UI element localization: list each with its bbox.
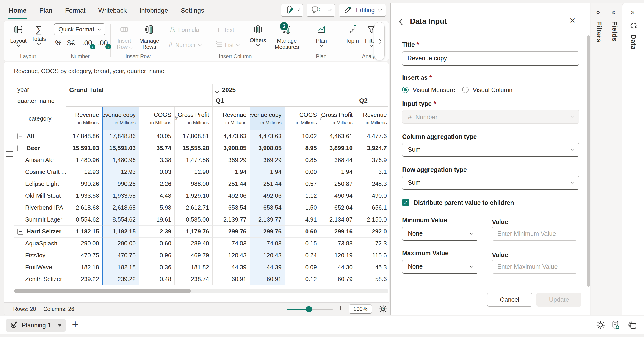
pivot-cell[interactable]: 470.75 (102, 250, 140, 261)
menu-tab-home[interactable]: Home (8, 2, 27, 19)
pivot-cell[interactable]: 3.38 (140, 154, 175, 166)
pivot-cell[interactable]: 2,618.68 (102, 202, 140, 214)
menu-tab-infobridge[interactable]: Infobridge (139, 2, 169, 19)
pivot-cell[interactable]: 1.94 (212, 166, 250, 178)
expand-pane-icon[interactable]: « (629, 10, 637, 15)
cancel-button[interactable]: Cancel (487, 293, 532, 307)
collapse-box-icon[interactable]: − (18, 133, 24, 139)
pivot-cell[interactable]: 239.22 (66, 273, 102, 285)
pivot-measure-header[interactable]: Revenuein Millions (356, 106, 388, 130)
currency-format-button[interactable]: $€ (67, 39, 75, 47)
pivot-cell[interactable]: 12.93 (102, 166, 140, 178)
pivot-cell[interactable]: 290.00 (66, 238, 102, 250)
pivot-cell[interactable]: 4,463.61 (320, 130, 356, 142)
fields-pane-tab[interactable]: « Fields (607, 3, 622, 315)
pivot-cell[interactable]: 492.06 (212, 190, 250, 202)
pivot-cell[interactable]: 1,182.15 (66, 226, 102, 238)
pivot-row-label[interactable]: Zenith Seltzer (14, 273, 66, 285)
pivot-row-label[interactable]: Summit Lager (14, 214, 66, 226)
pivot-cell[interactable]: 0.15 (285, 238, 320, 250)
pivot-cell[interactable]: 653.54 (250, 202, 285, 214)
visual-column-radio[interactable] (462, 87, 468, 93)
pivot-cell[interactable]: 2,618.68 (66, 202, 102, 214)
pivot-cell[interactable]: 115.6 (356, 250, 388, 261)
pivot-cell[interactable]: 12.93 (66, 166, 102, 178)
pivot-cell[interactable]: 40.05 (140, 130, 175, 142)
pivot-cell[interactable]: 15,591.03 (102, 142, 140, 154)
pivot-cell[interactable]: 2.26 (140, 178, 175, 190)
pivot-measure-header[interactable]: COGSin Millions (140, 106, 175, 130)
pivot-cell[interactable]: 12.90 (175, 166, 212, 178)
pivot-cell[interactable]: 368.44 (320, 154, 356, 166)
pivot-measure-header[interactable]: #Revenue copyin Millions (250, 106, 285, 130)
pivot-row-label[interactable]: AquaSplash (14, 238, 66, 250)
data-pane-tab[interactable]: « Data (622, 3, 644, 315)
pivot-cell[interactable]: 2,139.77 (250, 214, 285, 226)
pivot-cell[interactable]: 3,908.05 (212, 142, 250, 154)
minimum-value-input[interactable] (492, 227, 577, 241)
collapse-box-icon[interactable]: − (18, 229, 24, 235)
pivot-cell[interactable]: 35.74 (140, 142, 175, 154)
pivot-cell[interactable]: 60.91 (250, 273, 285, 285)
pivot-cell[interactable]: 469.79 (175, 250, 212, 261)
pivot-cell[interactable]: 1,179.76 (175, 226, 212, 238)
filters-pane-tab[interactable]: « Filters (591, 3, 607, 315)
zoom-in-button[interactable]: + (338, 303, 343, 313)
quick-format-dropdown[interactable]: Quick Format (54, 23, 105, 35)
pivot-cell[interactable]: 1.94 (320, 166, 356, 178)
column-aggregation-dropdown[interactable]: Sum (402, 143, 579, 157)
pivot-cell[interactable]: 120.19 (320, 250, 356, 261)
pivot-cell[interactable]: 248.3 (356, 178, 388, 190)
pivot-cell[interactable]: 3,908.05 (250, 142, 285, 154)
pivot-cell[interactable]: 0.36 (140, 261, 175, 273)
pivot-cell[interactable]: 0.85 (285, 154, 320, 166)
pivot-cell[interactable]: 1,182.15 (102, 226, 140, 238)
pivot-cell[interactable]: 0.96 (140, 250, 175, 261)
pivot-cell[interactable]: 15,555.28 (175, 142, 212, 154)
pivot-colgroup-q1[interactable]: Q1 (212, 95, 356, 106)
table-horizontal-scrollbar[interactable] (14, 289, 388, 293)
pivot-cell[interactable]: 45.3 (356, 261, 388, 273)
pivot-measure-header[interactable]: Revenuein Millions (212, 106, 250, 130)
zoom-out-button[interactable]: − (276, 303, 282, 313)
pivot-cell[interactable]: 1,933.58 (66, 190, 102, 202)
menu-tab-plan[interactable]: Plan (39, 2, 53, 19)
pivot-cell[interactable]: 1,480.96 (102, 154, 140, 166)
pivot-cell[interactable]: 1,480.96 (66, 154, 102, 166)
pivot-cell[interactable]: 120.43 (212, 250, 250, 261)
maximum-value-dropdown[interactable]: None (402, 260, 478, 274)
pivot-row-label[interactable]: −Hard Seltzer (14, 226, 66, 238)
totals-button[interactable]: ∑ Totals (30, 24, 48, 45)
pivot-measure-header[interactable]: #Revenue copyin Millions (102, 106, 140, 130)
pivot-cell[interactable]: 470.75 (66, 250, 102, 261)
editing-mode-dropdown[interactable]: Editing (338, 4, 386, 17)
maximum-value-input[interactable] (492, 260, 577, 274)
pivot-colgroup-year[interactable]: 2025 (212, 84, 388, 95)
pivot-cell[interactable]: 238.74 (175, 273, 212, 285)
pivot-cell[interactable]: 2,139.77 (212, 214, 250, 226)
pivot-row-label[interactable]: FruitWave (14, 261, 66, 273)
menu-tab-writeback[interactable]: Writeback (98, 2, 127, 19)
pivot-cell[interactable]: 181.82 (175, 261, 212, 273)
menu-tab-settings[interactable]: Settings (180, 2, 204, 19)
pivot-colgroup-q2[interactable]: Q2 (356, 95, 388, 106)
pivot-cell[interactable]: 17,848.86 (102, 130, 140, 142)
update-button[interactable]: Update (536, 293, 582, 307)
pivot-cell[interactable]: 0.57 (285, 178, 320, 190)
pivot-cell[interactable]: 250.87 (320, 178, 356, 190)
zoom-slider-thumb[interactable] (306, 306, 312, 312)
pivot-cell[interactable]: 17,848.86 (66, 130, 102, 142)
collapse-box-icon[interactable]: − (18, 145, 24, 151)
pivot-cell[interactable]: 653.54 (212, 202, 250, 214)
pivot-row-label[interactable]: FizzJoy (14, 250, 66, 261)
visual-measure-radio[interactable] (402, 87, 408, 93)
pivot-row-label[interactable]: −Beer (14, 142, 66, 154)
pivot-cell[interactable]: 369.29 (250, 154, 285, 166)
pivot-cell[interactable]: 8.95 (285, 142, 320, 154)
panel-scrollbar[interactable] (587, 35, 590, 287)
scrollbar-thumb[interactable] (14, 289, 191, 293)
pivot-cell[interactable]: 1.50 (285, 202, 320, 214)
sheet-dropdown-arrow-icon[interactable] (58, 324, 62, 327)
pivot-cell[interactable]: 4.48 (140, 190, 175, 202)
pivot-cell[interactable]: 3,924.7 (356, 142, 388, 154)
